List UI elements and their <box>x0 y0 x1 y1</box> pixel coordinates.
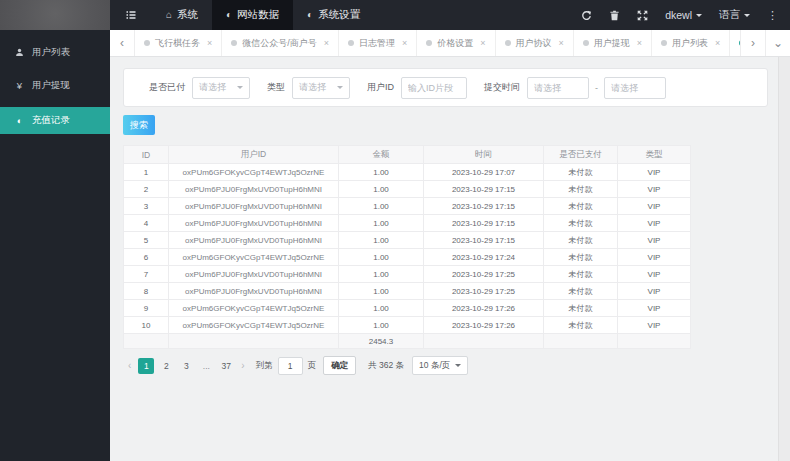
tab-close-icon[interactable]: × <box>402 38 407 48</box>
table-row: 3oxPUm6PJU0FrgMxUVD0TupH6hMNI1.002023-10… <box>124 198 691 215</box>
table-row: 1oxPUm6GFOKyvCGpT4EWTJq5OzrNE1.002023-10… <box>124 164 691 181</box>
cell: 未付款 <box>544 300 618 317</box>
cell: 2023-10-29 17:15 <box>424 181 544 198</box>
paid-select[interactable]: 请选择 <box>192 77 250 99</box>
topnav-label: 系统 <box>177 8 198 22</box>
cell: oxPUm6PJU0FrgMxUVD0TupH6hMNI <box>169 266 339 283</box>
adjust-icon: ◐ <box>226 10 232 20</box>
time-start-input[interactable] <box>527 77 589 99</box>
tab-close-icon[interactable]: × <box>637 38 642 48</box>
tab-close-icon[interactable]: × <box>715 38 720 48</box>
fullscreen-icon[interactable] <box>637 10 648 21</box>
goto-confirm-button[interactable]: 确定 <box>323 356 356 375</box>
total-row: 2454.3 <box>124 334 691 349</box>
menu-toggle-icon[interactable] <box>110 0 152 30</box>
cell: 1.00 <box>339 215 424 232</box>
tab-close-icon[interactable]: × <box>559 38 564 48</box>
type-select[interactable]: 请选择 <box>292 77 350 99</box>
cell: oxPUm6PJU0FrgMxUVD0TupH6hMNI <box>169 232 339 249</box>
cell: 1.00 <box>339 266 424 283</box>
search-button[interactable]: 搜索 <box>123 115 155 135</box>
language-menu[interactable]: 语言 <box>719 8 750 22</box>
paid-select-value: 请选择 <box>199 81 226 94</box>
sidebar-item-user-list[interactable]: 用户列表 <box>0 39 110 66</box>
main-content: 是否已付 请选择 类型 请选择 用户ID 提交时间 - 搜索 <box>110 57 778 461</box>
tab-用户列表[interactable]: 用户列表× <box>652 30 730 56</box>
tab-status-dot <box>348 40 354 46</box>
tab-label: 用户提现 <box>594 37 630 50</box>
cell: 1 <box>124 164 169 181</box>
language-label: 语言 <box>719 8 740 22</box>
cell: oxPUm6GFOKyvCGpT4EWTJq5OzrNE <box>169 300 339 317</box>
goto-page-input[interactable] <box>278 357 303 375</box>
cell: 未付款 <box>544 232 618 249</box>
tab-status-dot <box>661 40 667 46</box>
filter-panel: 是否已付 请选择 类型 请选择 用户ID 提交时间 - <box>123 68 768 107</box>
cell: oxPUm6GFOKyvCGpT4EWTJq5OzrNE <box>169 164 339 181</box>
cell: oxPUm6PJU0FrgMxUVD0TupH6hMNI <box>169 215 339 232</box>
tab-价格设置[interactable]: 价格设置× <box>417 30 495 56</box>
type-filter-label: 类型 <box>267 81 285 94</box>
cell: 1.00 <box>339 232 424 249</box>
tab-label: 微信公众号/商户号 <box>242 37 317 50</box>
page-number[interactable]: 1 <box>138 358 154 374</box>
topnav-item-site-data[interactable]: ◐网站数据 <box>212 0 293 30</box>
tab-用户协议[interactable]: 用户协议× <box>496 30 574 56</box>
cell: 1.00 <box>339 283 424 300</box>
filter-time: 提交时间 - <box>484 77 666 99</box>
page-unit-label: 页 <box>308 360 317 372</box>
cell: 2023-10-29 17:25 <box>424 283 544 300</box>
refresh-icon[interactable] <box>581 10 592 21</box>
user-menu[interactable]: dkewl <box>665 9 702 21</box>
topnav-item-system-settings[interactable]: ◐系统设置 <box>293 0 374 30</box>
cell: 2023-10-29 17:26 <box>424 300 544 317</box>
column-header: ID <box>124 146 169 164</box>
table-row: 4oxPUm6PJU0FrgMxUVD0TupH6hMNI1.002023-10… <box>124 215 691 232</box>
cell: 未付款 <box>544 198 618 215</box>
tab-close-icon[interactable]: × <box>480 38 485 48</box>
trash-icon[interactable] <box>609 10 620 21</box>
page-size-value: 10 条/页 <box>419 360 450 372</box>
tab-label: 日志管理 <box>359 37 395 50</box>
range-separator: - <box>595 83 598 93</box>
cell: VIP <box>618 300 691 317</box>
chevron-down-icon <box>696 14 702 20</box>
sidebar-item-user-withdraw[interactable]: ¥用户提现 <box>0 72 110 99</box>
table-row: 5oxPUm6PJU0FrgMxUVD0TupH6hMNI1.002023-10… <box>124 232 691 249</box>
page-number[interactable]: 37 <box>218 358 234 374</box>
page-number[interactable]: 3 <box>178 358 194 374</box>
cell: 未付款 <box>544 283 618 300</box>
prev-page-icon[interactable]: ‹ <box>123 360 136 371</box>
tab-微信公众号/商户号[interactable]: 微信公众号/商户号× <box>222 30 339 56</box>
page-size-select[interactable]: 10 条/页 <box>412 356 468 375</box>
page-number[interactable]: 2 <box>158 358 174 374</box>
tab-status-dot <box>583 40 589 46</box>
cell: VIP <box>618 232 691 249</box>
time-end-input[interactable] <box>604 77 666 99</box>
tab-close-icon[interactable]: × <box>324 38 329 48</box>
sidebar-item-label: 用户提现 <box>32 79 70 92</box>
topbar-actions: dkewl 语言 ⋮ <box>581 8 790 22</box>
sidebar-item-recharge-records[interactable]: ◐充值记录 <box>0 107 110 134</box>
cell: 未付款 <box>544 181 618 198</box>
tab-close-icon[interactable]: × <box>207 38 212 48</box>
next-page-icon[interactable]: › <box>236 360 249 371</box>
cell: oxPUm6PJU0FrgMxUVD0TupH6hMNI <box>169 198 339 215</box>
tabs-collapse-icon[interactable]: ⌄ <box>765 30 790 56</box>
tab-用户提现[interactable]: 用户提现× <box>574 30 652 56</box>
tab-飞行棋任务[interactable]: 飞行棋任务× <box>135 30 222 56</box>
cell: 2023-10-29 17:15 <box>424 198 544 215</box>
topnav-item-system[interactable]: ⌂系统 <box>152 0 212 30</box>
scrollbar[interactable] <box>778 57 790 461</box>
cell: 2023-10-29 17:07 <box>424 164 544 181</box>
more-options-icon[interactable]: ⋮ <box>767 9 778 22</box>
cell: 4 <box>124 215 169 232</box>
chevron-down-icon <box>337 86 343 92</box>
tab-充值记录[interactable]: 充值记录× <box>730 30 740 56</box>
tabs-scroll-left-icon[interactable]: ‹ <box>110 30 135 56</box>
user-id-input[interactable] <box>401 77 467 99</box>
tabs-scroll-right-icon[interactable]: › <box>740 30 765 56</box>
cell: 未付款 <box>544 215 618 232</box>
tab-日志管理[interactable]: 日志管理× <box>339 30 417 56</box>
topnav-label: 网站数据 <box>237 8 279 22</box>
